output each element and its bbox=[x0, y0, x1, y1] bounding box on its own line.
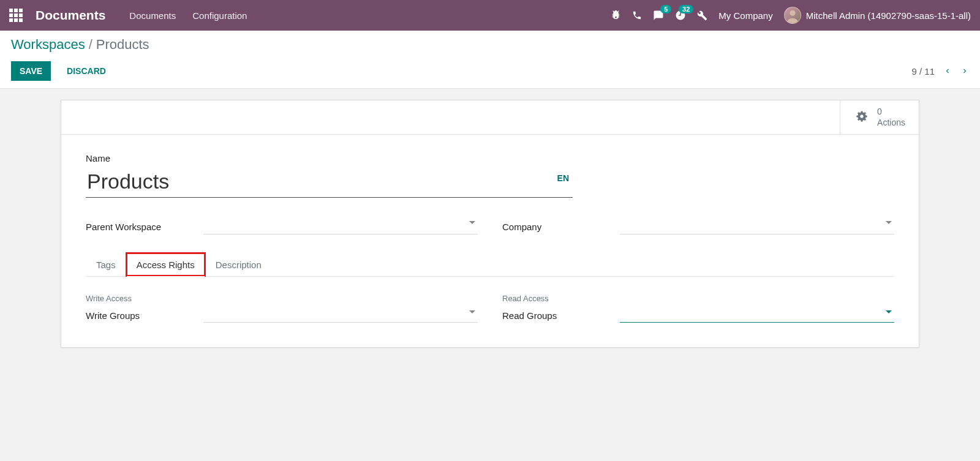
company-row: Company bbox=[502, 219, 894, 234]
tab-description[interactable]: Description bbox=[205, 253, 272, 276]
pager: 9 / 11 bbox=[911, 66, 969, 77]
tabs: Tags Access Rights Description bbox=[86, 253, 894, 277]
breadcrumb-current: Products bbox=[96, 37, 149, 53]
read-access-header: Read Access bbox=[502, 294, 894, 303]
tab-content: Write Access Write Groups Read Access Re… bbox=[86, 277, 894, 323]
breadcrumb-sep: / bbox=[89, 37, 92, 53]
read-groups-label: Read Groups bbox=[502, 310, 612, 321]
navbar-left: Documents Documents Configuration bbox=[9, 8, 251, 23]
pager-prev[interactable] bbox=[943, 66, 952, 77]
sheet-inner: Name EN Parent Workspace Company bbox=[61, 135, 919, 347]
chevron-down-icon bbox=[886, 221, 892, 224]
company-input[interactable] bbox=[620, 219, 894, 234]
access-groups: Write Access Write Groups Read Access Re… bbox=[86, 294, 894, 323]
form-sheet: 0 Actions Name EN Parent Workspace C bbox=[61, 100, 919, 348]
tools-icon[interactable] bbox=[697, 10, 707, 21]
chevron-down-icon bbox=[886, 310, 892, 313]
user-menu[interactable]: Mitchell Admin (14902790-saas-15-1-all) bbox=[784, 7, 971, 24]
chevron-down-icon bbox=[469, 221, 475, 224]
pager-count: 9 / 11 bbox=[911, 66, 935, 77]
stat-count: 0 bbox=[877, 107, 905, 118]
name-input[interactable] bbox=[86, 167, 573, 198]
write-groups-label: Write Groups bbox=[86, 310, 196, 321]
lang-indicator[interactable]: EN bbox=[557, 173, 569, 183]
clock-icon[interactable]: 32 bbox=[675, 10, 686, 21]
control-panel: Workspaces / Products SAVE DISCARD 9 / 1… bbox=[0, 31, 980, 89]
actions-stat-button[interactable]: 0 Actions bbox=[840, 100, 919, 134]
company-label: Company bbox=[502, 222, 612, 232]
button-bar: 0 Actions bbox=[61, 100, 919, 135]
nav-documents[interactable]: Documents bbox=[126, 10, 179, 21]
navbar: Documents Documents Configuration 5 32 M… bbox=[0, 0, 980, 31]
tab-access-rights[interactable]: Access Rights bbox=[126, 253, 205, 276]
write-access-header: Write Access bbox=[86, 294, 478, 303]
stat-text: 0 Actions bbox=[877, 107, 905, 128]
write-groups-row: Write Groups bbox=[86, 308, 478, 323]
discard-button[interactable]: DISCARD bbox=[58, 61, 115, 81]
read-access-col: Read Access Read Groups bbox=[502, 294, 894, 323]
company-switcher[interactable]: My Company bbox=[718, 10, 772, 21]
buttons-row: SAVE DISCARD 9 / 11 bbox=[11, 61, 969, 81]
name-label: Name bbox=[86, 153, 894, 163]
read-groups-input[interactable] bbox=[620, 308, 894, 323]
parent-workspace-label: Parent Workspace bbox=[86, 222, 196, 232]
bug-icon[interactable] bbox=[611, 10, 621, 21]
breadcrumb: Workspaces / Products bbox=[11, 37, 969, 53]
write-access-col: Write Access Write Groups bbox=[86, 294, 478, 323]
form-wrap: 0 Actions Name EN Parent Workspace C bbox=[0, 89, 980, 359]
save-button[interactable]: SAVE bbox=[11, 61, 51, 81]
top-group: Parent Workspace Company bbox=[86, 219, 894, 234]
chat-badge: 5 bbox=[660, 5, 671, 13]
pager-next[interactable] bbox=[960, 66, 969, 77]
gears-icon bbox=[854, 108, 870, 127]
navbar-right: 5 32 My Company Mitchell Admin (14902790… bbox=[611, 7, 971, 24]
tab-tags[interactable]: Tags bbox=[86, 253, 126, 276]
user-name: Mitchell Admin (14902790-saas-15-1-all) bbox=[806, 10, 971, 21]
phone-icon[interactable] bbox=[632, 10, 642, 20]
apps-icon[interactable] bbox=[9, 9, 23, 22]
breadcrumb-workspaces[interactable]: Workspaces bbox=[11, 37, 85, 53]
chat-icon[interactable]: 5 bbox=[653, 10, 664, 21]
write-groups-input[interactable] bbox=[203, 308, 478, 323]
chevron-down-icon bbox=[469, 310, 475, 313]
svg-point-0 bbox=[790, 10, 795, 16]
stat-label: Actions bbox=[877, 118, 905, 129]
parent-workspace-row: Parent Workspace bbox=[86, 219, 478, 234]
read-groups-row: Read Groups bbox=[502, 308, 894, 323]
activities-badge: 32 bbox=[679, 5, 693, 13]
avatar bbox=[784, 7, 801, 24]
nav-configuration[interactable]: Configuration bbox=[189, 10, 251, 21]
parent-workspace-input[interactable] bbox=[203, 219, 478, 234]
app-brand[interactable]: Documents bbox=[36, 8, 105, 23]
name-row: EN bbox=[86, 167, 573, 198]
